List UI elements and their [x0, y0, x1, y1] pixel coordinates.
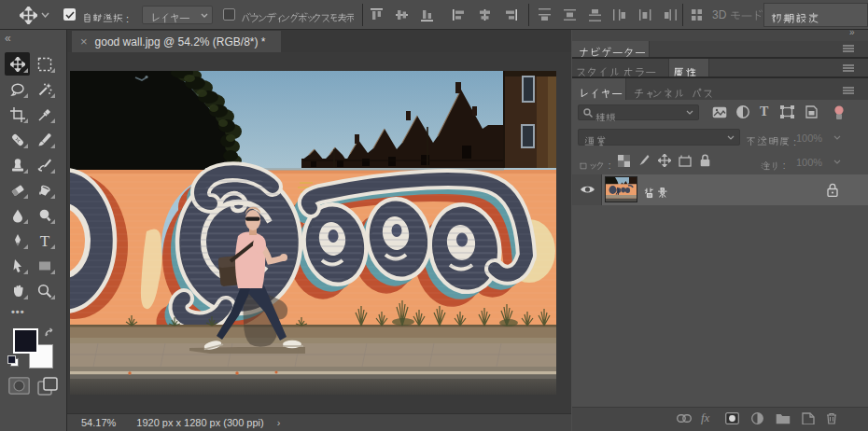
svg-text:T: T [40, 233, 50, 248]
